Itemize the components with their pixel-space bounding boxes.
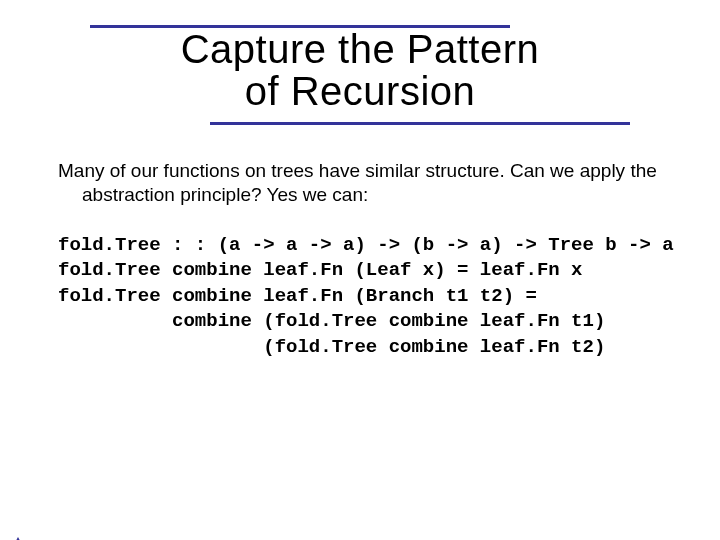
title-line-1: Capture the Pattern [181,27,540,71]
slide-title: Capture the Pattern of Recursion [90,28,630,116]
code-block: fold.Tree : : (a -> a -> a) -> (b -> a) … [58,233,720,361]
title-rule-bottom [210,122,630,125]
corner-accent-icon [0,515,80,540]
body-paragraph: Many of our functions on trees have simi… [58,159,670,207]
slide: Capture the Pattern of Recursion Many of… [0,25,720,540]
title-block: Capture the Pattern of Recursion [90,25,630,125]
title-line-2: of Recursion [245,69,476,113]
